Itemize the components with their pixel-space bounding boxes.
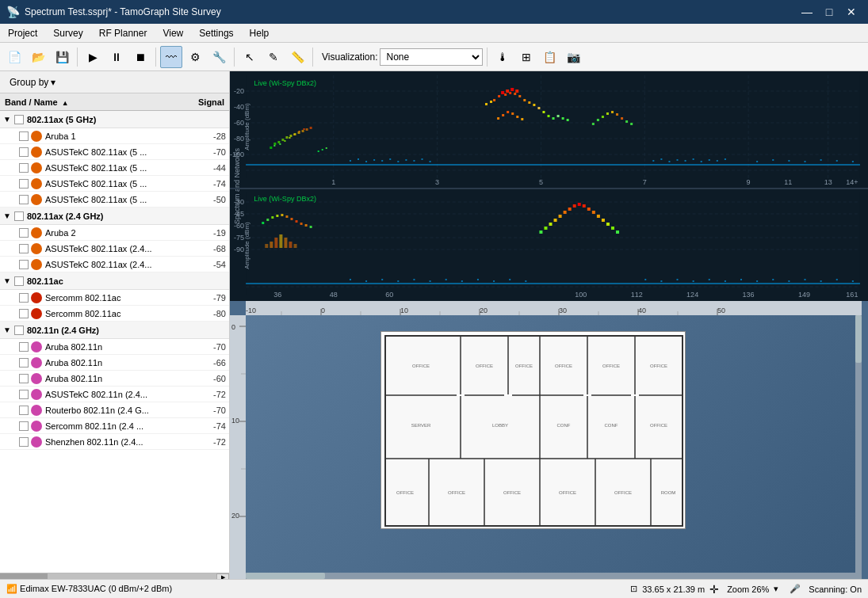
ruler-button[interactable]: 📏 — [286, 46, 308, 68]
menu-rfplanner[interactable]: RF Planner — [91, 24, 155, 42]
group-checkbox[interactable] — [14, 211, 24, 221]
item-checkbox[interactable] — [19, 244, 29, 253]
grid-button[interactable]: ⊞ — [515, 46, 537, 68]
item-checkbox[interactable] — [19, 358, 29, 368]
item-checkbox[interactable] — [19, 163, 29, 173]
scrollbar-thumb-h[interactable] — [246, 573, 325, 579]
edit-button[interactable]: ✎ — [262, 46, 285, 68]
network-button[interactable]: ⚙ — [184, 46, 206, 68]
item-checkbox[interactable] — [19, 293, 29, 303]
item-checkbox[interactable] — [19, 421, 29, 431]
group-header-g4[interactable]: ▼ 802.11n (2.4 GHz) — [0, 322, 229, 339]
spectrum-button[interactable]: 〰 — [160, 46, 182, 68]
export-button[interactable]: 📋 — [539, 46, 561, 68]
list-item[interactable]: Aruba 802.11n -66 — [0, 355, 229, 371]
item-checkbox[interactable] — [19, 437, 29, 447]
group-checkbox[interactable] — [14, 276, 24, 286]
group-checkbox[interactable] — [14, 115, 24, 124]
map-content[interactable]: OFFICE OFFICE OFFICE OFFICE OFFICE OFFIC… — [246, 315, 862, 579]
list-item[interactable]: ASUSTekC 802.11n (2.4... -72 — [0, 387, 229, 402]
menu-help[interactable]: Help — [242, 24, 277, 42]
menu-survey[interactable]: Survey — [45, 24, 90, 42]
group-header-g3[interactable]: ▼ 802.11ac — [0, 272, 229, 290]
list-item[interactable]: Sercomm 802.11ac -79 — [0, 290, 229, 306]
list-item[interactable]: Aruba 1 -28 — [0, 128, 229, 144]
scrollbar-thumb[interactable] — [855, 315, 862, 363]
item-checkbox[interactable] — [19, 374, 29, 383]
list-item[interactable]: Sercomm 802.11n (2.4 ... -74 — [0, 418, 229, 434]
play-button[interactable]: ▶ — [82, 46, 104, 68]
network-icon — [31, 178, 42, 189]
group-checkbox[interactable] — [14, 326, 24, 335]
list-item[interactable]: ASUSTekC 802.11ax (2.4... -68 — [0, 241, 229, 257]
menu-settings[interactable]: Settings — [191, 24, 241, 42]
svg-rect-134 — [262, 222, 264, 224]
network-signal: -44 — [193, 163, 226, 173]
item-checkbox[interactable] — [19, 228, 29, 238]
list-item[interactable]: Sercomm 802.11ac -80 — [0, 306, 229, 322]
item-checkbox[interactable] — [19, 147, 29, 157]
save-button[interactable]: 💾 — [51, 46, 73, 68]
list-item[interactable]: Aruba 802.11n -70 — [0, 339, 229, 355]
svg-rect-190 — [772, 279, 774, 280]
svg-text:OFFICE: OFFICE — [515, 364, 533, 368]
scroll-right-btn[interactable]: ▶ — [216, 573, 229, 580]
stop-button[interactable]: ⏹ — [129, 46, 151, 68]
camera-button[interactable]: 📷 — [563, 46, 585, 68]
maximize-button[interactable]: □ — [819, 4, 839, 20]
group-header-g2[interactable]: ▼ 802.11ax (2.4 GHz) — [0, 208, 229, 225]
svg-rect-66 — [567, 119, 569, 121]
horizontal-scrollbar[interactable] — [246, 573, 855, 579]
item-checkbox[interactable] — [19, 195, 29, 204]
network-name: Routerbo 802.11n (2.4 G... — [45, 406, 193, 415]
item-checkbox[interactable] — [19, 131, 29, 141]
settings-button[interactable]: 🔧 — [208, 46, 230, 68]
vertical-scrollbar[interactable] — [855, 315, 862, 579]
item-checkbox[interactable] — [19, 342, 29, 352]
list-item[interactable]: Aruba 2 -19 — [0, 225, 229, 241]
scrollbar-thumb[interactable] — [0, 573, 48, 580]
ruler-left: 0 10 20 — [230, 315, 246, 579]
svg-rect-157 — [564, 211, 567, 214]
zoom-dropdown-icon[interactable]: ▾ — [774, 584, 778, 594]
new-button[interactable]: 📄 — [3, 46, 25, 68]
open-button[interactable]: 📂 — [27, 46, 49, 68]
statusbar: 📶 Edimax EW-7833UAC (0 dBm/+2 dBm) ⊡ 33.… — [0, 579, 868, 598]
network-name: Shenzhen 802.11n (2.4... — [45, 437, 193, 447]
network-signal: -72 — [193, 437, 226, 447]
visualization-select[interactable]: None Signal Level Signal-to-Noise PHY Ra… — [380, 48, 483, 66]
item-checkbox[interactable] — [19, 390, 29, 399]
svg-rect-166 — [611, 227, 614, 230]
item-checkbox[interactable] — [19, 260, 29, 269]
list-item[interactable]: Routerbo 802.11n (2.4 G... -70 — [0, 402, 229, 418]
menu-project[interactable]: Project — [0, 24, 45, 42]
group-by-button[interactable]: Group by ▾ — [6, 75, 59, 90]
item-checkbox[interactable] — [19, 309, 29, 318]
svg-rect-142 — [300, 223, 303, 225]
pause-button[interactable]: ⏸ — [105, 46, 128, 68]
menu-view[interactable]: View — [155, 24, 191, 42]
list-item[interactable]: ASUSTekC 802.11ax (5 ... -50 — [0, 192, 229, 208]
network-list[interactable]: ▼ 802.11ax (5 GHz) Aruba 1 -28 ASUSTekC … — [0, 111, 229, 573]
separator-4 — [312, 48, 313, 67]
group-header-g1[interactable]: ▼ 802.11ax (5 GHz) — [0, 111, 229, 128]
svg-rect-105 — [772, 159, 774, 161]
svg-rect-175 — [430, 280, 431, 282]
pointer-button[interactable]: ↖ — [239, 46, 261, 68]
list-item[interactable]: ASUSTekC 802.11ax (5 ... -70 — [0, 144, 229, 160]
svg-rect-192 — [805, 279, 806, 280]
svg-rect-193 — [820, 280, 822, 282]
list-item[interactable]: ASUSTekC 802.11ax (5 ... -44 — [0, 160, 229, 176]
list-item[interactable]: ASUSTekC 802.11ax (5 ... -74 — [0, 176, 229, 192]
list-item[interactable]: ASUSTekC 802.11ax (2.4... -54 — [0, 257, 229, 272]
item-checkbox[interactable] — [19, 179, 29, 189]
list-item[interactable]: Aruba 802.11n -60 — [0, 371, 229, 387]
list-item[interactable]: Shenzhen 802.11n (2.4... -72 — [0, 434, 229, 450]
item-checkbox[interactable] — [19, 406, 29, 415]
svg-text:60: 60 — [385, 291, 393, 299]
close-button[interactable]: ✕ — [841, 4, 862, 20]
minimize-button[interactable]: — — [797, 4, 817, 20]
left-panel-scrollbar[interactable]: ▶ — [0, 573, 229, 579]
heatmap-button[interactable]: 🌡 — [491, 46, 514, 68]
network-name: ASUSTekC 802.11ax (5 ... — [45, 147, 193, 157]
